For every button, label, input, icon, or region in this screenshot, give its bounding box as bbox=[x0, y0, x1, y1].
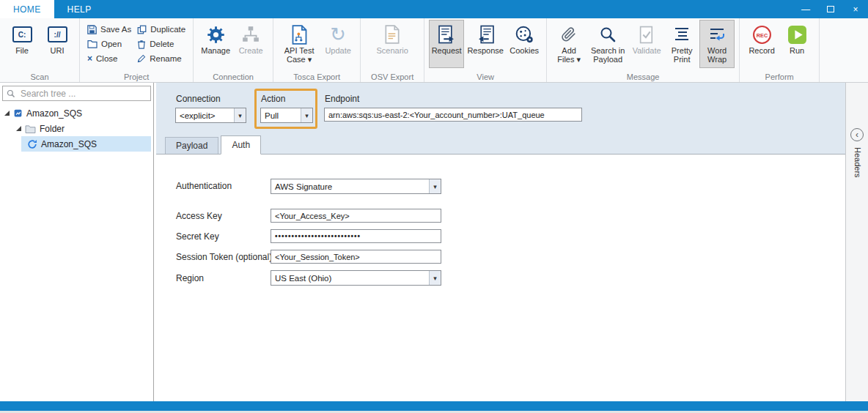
close-button[interactable]: × bbox=[843, 0, 868, 18]
project-column-2: Duplicate Delete Rename bbox=[134, 20, 188, 64]
connection-select[interactable]: <explicit> ▾ bbox=[175, 108, 246, 123]
pencil-icon bbox=[137, 54, 146, 63]
folder-open-icon bbox=[87, 40, 98, 48]
cookie-icon bbox=[515, 25, 534, 44]
rename-button[interactable]: Rename bbox=[134, 53, 188, 64]
manage-button[interactable]: Manage bbox=[198, 20, 233, 68]
connection-select-value: <explicit> bbox=[176, 108, 234, 122]
ribbon-group-label-connection: Connection bbox=[194, 72, 273, 81]
maximize-icon bbox=[827, 6, 834, 12]
tab-auth[interactable]: Auth bbox=[221, 135, 261, 155]
ribbon-group-label-osv-export: OSV Export bbox=[361, 72, 424, 81]
record-button[interactable]: REC Record bbox=[744, 20, 779, 68]
create-connection-icon bbox=[241, 25, 260, 44]
request-view-button[interactable]: Request bbox=[429, 20, 464, 68]
validate-button[interactable]: Validate bbox=[629, 20, 664, 68]
close-project-label: Close bbox=[96, 54, 117, 63]
maximize-button[interactable] bbox=[818, 0, 843, 18]
access-key-label: Access Key bbox=[176, 211, 222, 221]
expander-icon[interactable] bbox=[4, 111, 10, 116]
tree-item-amazon-sqs-root[interactable]: Amazon_SQS bbox=[0, 105, 153, 121]
tree-search-input[interactable] bbox=[19, 88, 147, 100]
access-key-input[interactable] bbox=[271, 209, 441, 223]
session-token-input[interactable] bbox=[271, 250, 441, 264]
run-play-icon bbox=[787, 25, 807, 45]
pretty-print-icon bbox=[673, 26, 691, 43]
ribbon-group-connection: Manage Create Connection bbox=[194, 18, 273, 82]
endpoint-label: Endpoint bbox=[325, 94, 359, 104]
chevron-left-icon: ‹ bbox=[856, 130, 858, 140]
ribbon-group-message: Add Files ▾ Search in Payload Validate P… bbox=[547, 18, 740, 82]
rename-label: Rename bbox=[150, 54, 181, 63]
ribbon-group-label-project: Project bbox=[80, 72, 193, 81]
duplicate-button[interactable]: Duplicate bbox=[134, 23, 188, 35]
delete-button[interactable]: Delete bbox=[134, 38, 188, 50]
uri-button[interactable]: :// URI bbox=[40, 20, 75, 68]
region-select[interactable]: US East (Ohio) ▾ bbox=[271, 270, 441, 286]
sync-request-icon bbox=[27, 139, 37, 149]
auth-tab-content: Authentication AWS Signature ▾ Access Ke… bbox=[156, 155, 845, 401]
ribbon-group-perform: REC Record Run Perform bbox=[740, 18, 820, 82]
ribbon-group-osv-export: Scenario OSV Export bbox=[361, 18, 424, 82]
duplicate-label: Duplicate bbox=[150, 25, 185, 34]
scenario-button[interactable]: Scenario bbox=[371, 20, 413, 68]
api-test-case-button[interactable]: API Test Case ▾ bbox=[278, 20, 320, 68]
file-button[interactable]: C: File bbox=[4, 20, 40, 68]
expand-headers-button[interactable]: ‹ bbox=[850, 128, 864, 141]
endpoint-input[interactable] bbox=[324, 108, 582, 122]
paperclip-icon bbox=[561, 25, 577, 44]
delete-label: Delete bbox=[150, 40, 174, 48]
add-files-label: Add Files ▾ bbox=[553, 46, 585, 64]
update-refresh-icon: ↻ bbox=[330, 25, 346, 44]
save-as-label: Save As bbox=[100, 25, 131, 34]
session-token-label: Session Token (optional) bbox=[176, 252, 272, 262]
ribbon-tab-home[interactable]: HOME bbox=[0, 0, 54, 18]
close-project-button[interactable]: × Close bbox=[84, 53, 134, 64]
cookies-label: Cookies bbox=[510, 46, 539, 55]
update-label: Update bbox=[325, 46, 350, 55]
add-files-button[interactable]: Add Files ▾ bbox=[551, 20, 586, 68]
create-button[interactable]: Create bbox=[233, 20, 268, 68]
ribbon-group-label-message: Message bbox=[547, 72, 739, 81]
action-select-value: Pull bbox=[261, 108, 301, 122]
search-icon bbox=[599, 26, 617, 43]
tree-item-folder[interactable]: Folder bbox=[0, 121, 153, 136]
search-in-payload-button[interactable]: Search in Payload bbox=[586, 20, 629, 68]
titlebar: HOME HELP — × bbox=[0, 0, 868, 18]
action-select[interactable]: Pull ▾ bbox=[260, 108, 313, 123]
tree-item-amazon-sqs-request[interactable]: Amazon_SQS bbox=[21, 136, 151, 152]
open-button[interactable]: Open bbox=[84, 38, 134, 50]
tab-payload[interactable]: Payload bbox=[165, 137, 218, 154]
pretty-print-button[interactable]: Pretty Print bbox=[664, 20, 699, 68]
project-column-1: Save As Open × Close bbox=[84, 20, 134, 64]
scenario-icon bbox=[384, 25, 400, 44]
record-icon: REC bbox=[752, 25, 772, 45]
run-button[interactable]: Run bbox=[779, 20, 814, 68]
save-icon bbox=[87, 25, 97, 34]
response-view-label: Response bbox=[467, 46, 504, 55]
chevron-down-icon: ▾ bbox=[429, 179, 441, 193]
expander-icon[interactable] bbox=[16, 126, 21, 131]
record-label: Record bbox=[749, 46, 774, 55]
secret-key-input[interactable] bbox=[271, 229, 441, 243]
scenario-label: Scenario bbox=[376, 46, 408, 55]
request-view-label: Request bbox=[432, 46, 462, 55]
request-header: Connection <explicit> ▾ Action Pull ▾ En… bbox=[156, 83, 845, 134]
response-view-button[interactable]: Response bbox=[464, 20, 507, 68]
ribbon-group-label-tosca-export: Tosca Export bbox=[273, 72, 360, 81]
duplicate-icon bbox=[137, 25, 147, 34]
word-wrap-button[interactable]: Word Wrap bbox=[699, 20, 735, 68]
minimize-button[interactable]: — bbox=[793, 0, 818, 18]
save-as-button[interactable]: Save As bbox=[84, 23, 134, 35]
manage-label: Manage bbox=[201, 46, 230, 55]
word-wrap-label: Word Wrap bbox=[701, 46, 733, 64]
headers-panel-label: Headers bbox=[852, 147, 862, 178]
authentication-select[interactable]: AWS Signature ▾ bbox=[271, 179, 441, 194]
file-drive-icon: C: bbox=[12, 26, 32, 42]
cookies-button[interactable]: Cookies bbox=[507, 20, 542, 68]
validate-label: Validate bbox=[633, 46, 661, 55]
update-button[interactable]: ↻ Update bbox=[320, 20, 356, 68]
ribbon-tab-help[interactable]: HELP bbox=[54, 0, 105, 18]
gear-icon bbox=[206, 25, 226, 45]
validate-check-icon bbox=[639, 26, 655, 44]
